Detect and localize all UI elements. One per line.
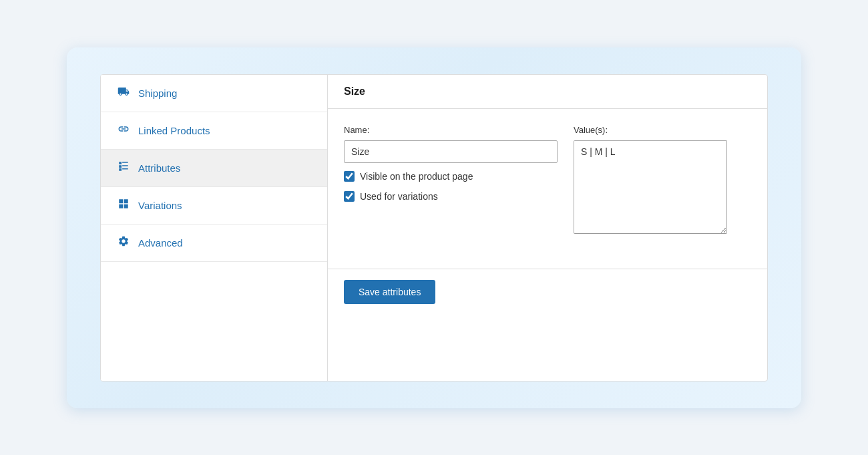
sidebar-item-attributes[interactable]: Attributes xyxy=(101,150,327,187)
save-attributes-button[interactable]: Save attributes xyxy=(344,280,435,304)
attributes-icon xyxy=(117,160,130,176)
name-field-group: Name: Visible on the product page Used f… xyxy=(344,125,558,202)
content-body: Name: Visible on the product page Used f… xyxy=(328,109,767,263)
link-icon xyxy=(117,123,130,138)
variations-checkbox[interactable] xyxy=(344,191,355,202)
name-input[interactable] xyxy=(344,140,558,163)
attribute-title: Size xyxy=(344,86,751,98)
sidebar-item-shipping[interactable]: Shipping xyxy=(101,75,327,112)
variations-label: Used for variations xyxy=(360,191,438,202)
product-data-panel: Shipping Linked Products Attribute xyxy=(100,74,768,382)
visible-label: Visible on the product page xyxy=(360,171,473,182)
values-textarea[interactable]: S | M | L xyxy=(574,140,727,234)
fields-row: Name: Visible on the product page Used f… xyxy=(344,125,751,234)
sidebar-item-linked-products[interactable]: Linked Products xyxy=(101,112,327,150)
variations-icon xyxy=(117,198,130,213)
values-field-group: Value(s): S | M | L xyxy=(574,125,727,234)
sidebar-item-variations[interactable]: Variations xyxy=(101,187,327,224)
visible-checkbox[interactable] xyxy=(344,171,355,182)
sidebar-item-label-linked-products: Linked Products xyxy=(138,125,210,136)
checkboxes-group: Visible on the product page Used for var… xyxy=(344,171,558,202)
truck-icon xyxy=(117,86,130,101)
content-header: Size xyxy=(328,75,767,109)
sidebar-item-label-shipping: Shipping xyxy=(138,88,177,99)
visible-checkbox-item[interactable]: Visible on the product page xyxy=(344,171,558,182)
sidebar-item-label-attributes: Attributes xyxy=(138,162,180,174)
sidebar-item-label-variations: Variations xyxy=(138,200,182,211)
content-footer: Save attributes xyxy=(328,269,767,315)
variations-checkbox-item[interactable]: Used for variations xyxy=(344,191,558,202)
sidebar: Shipping Linked Products Attribute xyxy=(101,75,328,381)
gear-icon xyxy=(117,235,130,251)
values-label: Value(s): xyxy=(574,125,727,135)
main-content-area: Size Name: Visible on the product page xyxy=(328,75,767,381)
sidebar-item-label-advanced: Advanced xyxy=(138,237,183,249)
name-label: Name: xyxy=(344,125,558,135)
outer-wrapper: Shipping Linked Products Attribute xyxy=(67,47,801,408)
sidebar-item-advanced[interactable]: Advanced xyxy=(101,224,327,262)
